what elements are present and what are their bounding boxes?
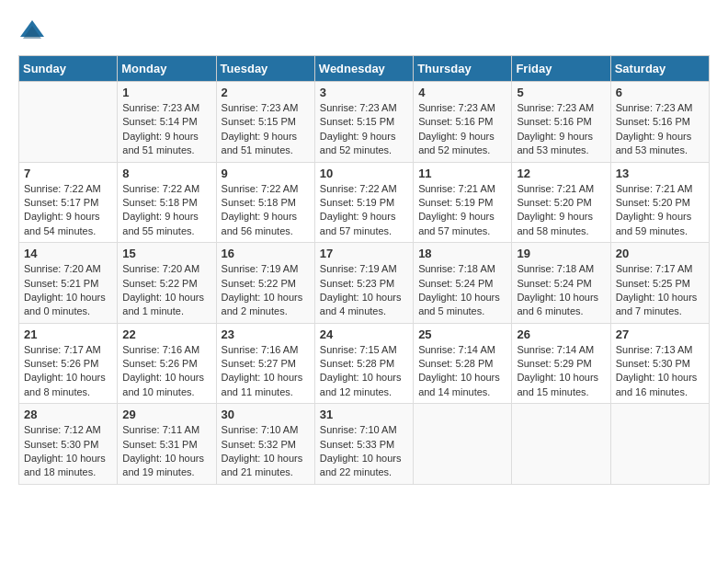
day-number: 9 xyxy=(222,167,310,180)
calendar-cell: 25Sunrise: 7:14 AMSunset: 5:28 PMDayligh… xyxy=(414,323,512,404)
day-number: 6 xyxy=(616,86,704,99)
calendar-cell: 3Sunrise: 7:23 AMSunset: 5:15 PMDaylight… xyxy=(314,82,413,163)
calendar-cell: 1Sunrise: 7:23 AMSunset: 5:14 PMDaylight… xyxy=(118,82,216,163)
day-info: Sunrise: 7:22 AMSunset: 5:18 PMDaylight:… xyxy=(122,182,210,239)
calendar-cell: 5Sunrise: 7:23 AMSunset: 5:16 PMDaylight… xyxy=(512,82,610,163)
day-number: 2 xyxy=(222,86,310,99)
weekday-header-saturday: Saturday xyxy=(610,56,709,82)
day-info: Sunrise: 7:23 AMSunset: 5:15 PMDaylight:… xyxy=(222,101,310,158)
calendar-cell: 17Sunrise: 7:19 AMSunset: 5:23 PMDayligh… xyxy=(314,243,413,324)
day-number: 21 xyxy=(24,327,112,341)
calendar-cell: 26Sunrise: 7:14 AMSunset: 5:29 PMDayligh… xyxy=(512,323,610,404)
day-number: 28 xyxy=(24,408,112,421)
day-info: Sunrise: 7:14 AMSunset: 5:28 PMDaylight:… xyxy=(418,343,506,400)
calendar-cell: 4Sunrise: 7:23 AMSunset: 5:16 PMDaylight… xyxy=(414,82,512,163)
day-info: Sunrise: 7:23 AMSunset: 5:14 PMDaylight:… xyxy=(122,101,210,158)
day-info: Sunrise: 7:14 AMSunset: 5:29 PMDaylight:… xyxy=(517,343,605,400)
day-info: Sunrise: 7:23 AMSunset: 5:16 PMDaylight:… xyxy=(418,101,506,158)
day-info: Sunrise: 7:22 AMSunset: 5:17 PMDaylight:… xyxy=(24,182,112,239)
day-number: 19 xyxy=(517,247,605,260)
calendar-cell: 18Sunrise: 7:18 AMSunset: 5:24 PMDayligh… xyxy=(414,243,512,324)
day-number: 11 xyxy=(418,167,506,180)
day-info: Sunrise: 7:21 AMSunset: 5:20 PMDaylight:… xyxy=(616,182,704,239)
day-number: 4 xyxy=(418,86,506,99)
day-info: Sunrise: 7:16 AMSunset: 5:26 PMDaylight:… xyxy=(122,343,210,400)
day-info: Sunrise: 7:20 AMSunset: 5:22 PMDaylight:… xyxy=(122,262,210,319)
calendar-cell: 6Sunrise: 7:23 AMSunset: 5:16 PMDaylight… xyxy=(610,82,709,163)
day-number: 14 xyxy=(24,247,112,260)
calendar-cell: 7Sunrise: 7:22 AMSunset: 5:17 PMDaylight… xyxy=(19,162,118,243)
calendar-week-row: 1Sunrise: 7:23 AMSunset: 5:14 PMDaylight… xyxy=(19,82,710,163)
day-number: 24 xyxy=(320,327,408,341)
calendar-cell: 15Sunrise: 7:20 AMSunset: 5:22 PMDayligh… xyxy=(118,243,216,324)
calendar-cell: 8Sunrise: 7:22 AMSunset: 5:18 PMDaylight… xyxy=(118,162,216,243)
day-number: 13 xyxy=(616,167,704,180)
day-info: Sunrise: 7:15 AMSunset: 5:28 PMDaylight:… xyxy=(320,343,408,400)
day-info: Sunrise: 7:19 AMSunset: 5:22 PMDaylight:… xyxy=(222,262,310,319)
calendar-cell: 13Sunrise: 7:21 AMSunset: 5:20 PMDayligh… xyxy=(610,162,709,243)
day-number: 30 xyxy=(222,408,310,421)
calendar-cell: 19Sunrise: 7:18 AMSunset: 5:24 PMDayligh… xyxy=(512,243,610,324)
calendar-cell: 23Sunrise: 7:16 AMSunset: 5:27 PMDayligh… xyxy=(216,323,314,404)
day-number: 27 xyxy=(616,327,704,341)
day-info: Sunrise: 7:16 AMSunset: 5:27 PMDaylight:… xyxy=(222,343,310,400)
day-info: Sunrise: 7:20 AMSunset: 5:21 PMDaylight:… xyxy=(24,262,112,319)
calendar-cell: 16Sunrise: 7:19 AMSunset: 5:22 PMDayligh… xyxy=(216,243,314,324)
day-number: 29 xyxy=(122,408,210,421)
day-info: Sunrise: 7:23 AMSunset: 5:16 PMDaylight:… xyxy=(517,101,605,158)
weekday-header-tuesday: Tuesday xyxy=(216,56,314,82)
day-number: 17 xyxy=(320,247,408,260)
calendar-cell: 10Sunrise: 7:22 AMSunset: 5:19 PMDayligh… xyxy=(314,162,413,243)
weekday-header-monday: Monday xyxy=(118,56,216,82)
day-info: Sunrise: 7:10 AMSunset: 5:33 PMDaylight:… xyxy=(320,423,408,480)
calendar-cell: 21Sunrise: 7:17 AMSunset: 5:26 PMDayligh… xyxy=(19,323,118,404)
day-info: Sunrise: 7:12 AMSunset: 5:30 PMDaylight:… xyxy=(24,423,112,480)
day-info: Sunrise: 7:21 AMSunset: 5:19 PMDaylight:… xyxy=(418,182,506,239)
calendar-week-row: 7Sunrise: 7:22 AMSunset: 5:17 PMDaylight… xyxy=(19,162,710,243)
calendar-week-row: 28Sunrise: 7:12 AMSunset: 5:30 PMDayligh… xyxy=(19,404,710,485)
calendar-cell: 24Sunrise: 7:15 AMSunset: 5:28 PMDayligh… xyxy=(314,323,413,404)
calendar-cell: 20Sunrise: 7:17 AMSunset: 5:25 PMDayligh… xyxy=(610,243,709,324)
day-number: 26 xyxy=(517,327,605,341)
day-info: Sunrise: 7:11 AMSunset: 5:31 PMDaylight:… xyxy=(122,423,210,480)
logo xyxy=(18,18,50,46)
day-number: 22 xyxy=(122,327,210,341)
calendar-cell: 12Sunrise: 7:21 AMSunset: 5:20 PMDayligh… xyxy=(512,162,610,243)
day-number: 1 xyxy=(122,86,210,99)
day-number: 8 xyxy=(122,167,210,180)
calendar-week-row: 21Sunrise: 7:17 AMSunset: 5:26 PMDayligh… xyxy=(19,323,710,404)
day-number: 15 xyxy=(122,247,210,260)
calendar-cell: 30Sunrise: 7:10 AMSunset: 5:32 PMDayligh… xyxy=(216,404,314,485)
day-info: Sunrise: 7:13 AMSunset: 5:30 PMDaylight:… xyxy=(616,343,704,400)
page-header xyxy=(18,18,710,46)
day-number: 23 xyxy=(222,327,310,341)
day-number: 18 xyxy=(418,247,506,260)
day-info: Sunrise: 7:10 AMSunset: 5:32 PMDaylight:… xyxy=(222,423,310,480)
day-info: Sunrise: 7:18 AMSunset: 5:24 PMDaylight:… xyxy=(517,262,605,319)
calendar-cell xyxy=(19,82,118,163)
weekday-header-wednesday: Wednesday xyxy=(314,56,413,82)
day-info: Sunrise: 7:19 AMSunset: 5:23 PMDaylight:… xyxy=(320,262,408,319)
calendar-cell xyxy=(610,404,709,485)
calendar-cell: 29Sunrise: 7:11 AMSunset: 5:31 PMDayligh… xyxy=(118,404,216,485)
day-number: 5 xyxy=(517,86,605,99)
day-number: 25 xyxy=(418,327,506,341)
day-number: 7 xyxy=(24,167,112,180)
day-info: Sunrise: 7:17 AMSunset: 5:25 PMDaylight:… xyxy=(616,262,704,319)
calendar-cell: 28Sunrise: 7:12 AMSunset: 5:30 PMDayligh… xyxy=(19,404,118,485)
calendar-week-row: 14Sunrise: 7:20 AMSunset: 5:21 PMDayligh… xyxy=(19,243,710,324)
calendar-cell: 14Sunrise: 7:20 AMSunset: 5:21 PMDayligh… xyxy=(19,243,118,324)
calendar-cell: 27Sunrise: 7:13 AMSunset: 5:30 PMDayligh… xyxy=(610,323,709,404)
day-info: Sunrise: 7:21 AMSunset: 5:20 PMDaylight:… xyxy=(517,182,605,239)
day-info: Sunrise: 7:23 AMSunset: 5:16 PMDaylight:… xyxy=(616,101,704,158)
calendar-cell: 9Sunrise: 7:22 AMSunset: 5:18 PMDaylight… xyxy=(216,162,314,243)
day-info: Sunrise: 7:23 AMSunset: 5:15 PMDaylight:… xyxy=(320,101,408,158)
calendar-cell xyxy=(512,404,610,485)
calendar-cell xyxy=(414,404,512,485)
day-info: Sunrise: 7:22 AMSunset: 5:19 PMDaylight:… xyxy=(320,182,408,239)
logo-icon xyxy=(18,18,46,46)
weekday-header-friday: Friday xyxy=(512,56,610,82)
day-number: 12 xyxy=(517,167,605,180)
day-number: 10 xyxy=(320,167,408,180)
calendar-cell: 2Sunrise: 7:23 AMSunset: 5:15 PMDaylight… xyxy=(216,82,314,163)
